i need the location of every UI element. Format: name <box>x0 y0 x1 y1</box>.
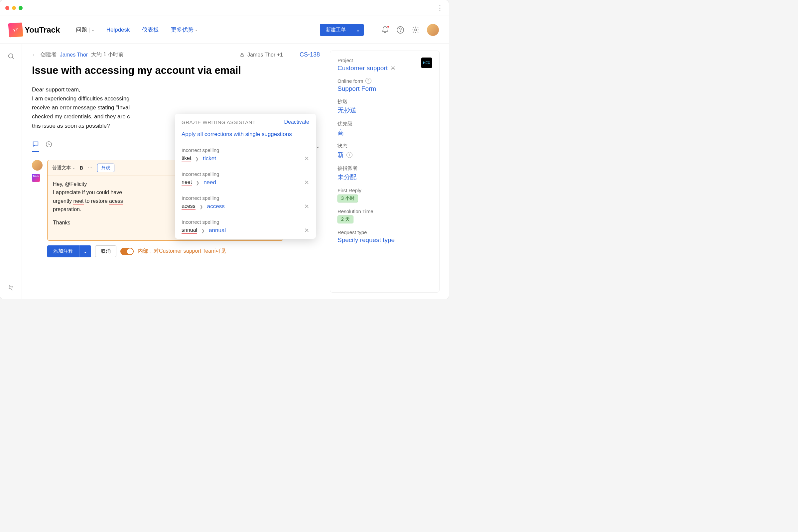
format-dropdown[interactable]: 普通文本⌄ <box>52 165 75 171</box>
pin-icon[interactable] <box>8 285 14 292</box>
created-by-label: 创建者 <box>41 51 57 58</box>
tab-comments[interactable] <box>32 140 39 152</box>
topbar: YT YouTrack 问题 | ⌄ Helpdesk 仪表板 更多优势 ⌄ 新… <box>0 16 449 44</box>
field-value-resolution: 2 天 <box>338 215 354 224</box>
field-label-project: Project <box>338 58 421 63</box>
logo-mark: YT <box>9 23 22 36</box>
main-content: ← 创建者 James Thor 大约 1 小时前 James Thor +1 … <box>22 44 330 299</box>
add-comment-dropdown[interactable]: ⌄ <box>79 245 91 258</box>
left-rail <box>0 44 22 299</box>
add-comment-button[interactable]: 添加注释 <box>47 245 79 258</box>
suggestion-item[interactable]: Incorrect spelling snnual ❯ annual ✕ <box>175 215 316 239</box>
svg-rect-4 <box>241 55 243 57</box>
user-avatar[interactable] <box>427 24 439 36</box>
titlebar: ⋮ <box>0 0 449 16</box>
field-value-assignee[interactable]: 未分配 <box>338 173 432 182</box>
field-value-first-reply: 3 小时 <box>338 194 358 203</box>
issue-title: Issue with accessing my account via emai… <box>32 64 305 77</box>
body: ← 创建者 James Thor 大约 1 小时前 James Thor +1 … <box>0 44 449 299</box>
settings-icon[interactable] <box>412 26 420 34</box>
notification-badge <box>387 25 390 28</box>
app-window: ⋮ YT YouTrack 问题 | ⌄ Helpdesk 仪表板 更多优势 ⌄… <box>0 0 449 299</box>
add-comment-split: 添加注释 ⌄ <box>47 245 91 258</box>
info-icon[interactable]: ? <box>365 78 372 84</box>
dismiss-icon[interactable]: ✕ <box>304 179 309 186</box>
dismiss-icon[interactable]: ✕ <box>304 203 309 210</box>
ai-badge-icon: Track <box>32 174 40 182</box>
arrow-right-icon: ❯ <box>195 156 199 161</box>
dismiss-icon[interactable]: ✕ <box>304 155 309 162</box>
deactivate-link[interactable]: Deactivate <box>284 119 309 125</box>
field-label-form: Online form ? <box>338 78 432 84</box>
editor-actions: 添加注释 ⌄ 取消 内部，对Customer support Team可见 <box>47 245 320 258</box>
help-icon[interactable] <box>396 26 404 34</box>
field-value-form[interactable]: Support Form <box>338 85 432 92</box>
bold-button[interactable]: B <box>80 165 83 171</box>
field-value-request-type[interactable]: Specify request type <box>338 236 432 244</box>
chevron-down-icon: ⌄ <box>195 27 198 32</box>
nav-issues[interactable]: 问题 | ⌄ <box>76 26 94 34</box>
nav-more[interactable]: 更多优势 ⌄ <box>171 26 198 34</box>
field-label-first-reply: First Reply <box>338 188 432 193</box>
svg-point-6 <box>392 68 394 69</box>
nav-dashboards[interactable]: 仪表板 <box>142 26 159 34</box>
svg-point-2 <box>415 29 417 31</box>
new-ticket-dropdown[interactable]: ⌄ <box>352 24 364 36</box>
apply-all-link[interactable]: Apply all corrections with single sugges… <box>175 128 316 143</box>
back-arrow-icon[interactable]: ← <box>32 52 37 58</box>
main-nav: 问题 | ⌄ Helpdesk 仪表板 更多优势 ⌄ <box>76 26 197 34</box>
gear-icon[interactable] <box>391 65 396 71</box>
suggestion-item[interactable]: Incorrect spelling neet ❯ need ✕ <box>175 167 316 191</box>
commenter-avatar <box>32 160 42 171</box>
issue-sidebar: HEC Project Customer support Online form… <box>330 51 440 292</box>
field-value-priority[interactable]: 高 <box>338 128 432 137</box>
arrow-right-icon: ❯ <box>196 180 200 185</box>
visibility-toggle[interactable] <box>120 248 134 255</box>
minimize-window[interactable] <box>12 6 16 10</box>
tab-history[interactable] <box>45 141 53 151</box>
visibility-label: 内部，对Customer support Team可见 <box>138 248 226 255</box>
more-formatting[interactable]: ⋯ <box>88 165 92 171</box>
kebab-menu-icon[interactable]: ⋮ <box>436 4 443 12</box>
app-logo[interactable]: YT YouTrack <box>10 24 60 36</box>
popover-title: GRAZIE WRITING ASSISTANT <box>182 119 256 125</box>
field-label-state: 状态 <box>338 143 432 149</box>
breadcrumb: ← 创建者 James Thor 大约 1 小时前 James Thor +1 … <box>32 51 320 58</box>
suggestion-item[interactable]: Incorrect spelling tiket ❯ ticket ✕ <box>175 143 316 167</box>
suggestion-item[interactable]: Incorrect spelling acess ❯ access ✕ <box>175 191 316 215</box>
search-icon[interactable] <box>7 53 15 61</box>
field-value-project[interactable]: Customer support <box>338 64 421 72</box>
close-window[interactable] <box>5 6 9 10</box>
maximize-window[interactable] <box>19 6 23 10</box>
window-controls <box>5 6 23 10</box>
new-ticket-split-button: 新建工单 ⌄ <box>320 24 364 36</box>
author-link[interactable]: James Thor <box>60 52 88 58</box>
new-ticket-button[interactable]: 新建工单 <box>320 24 352 36</box>
dismiss-icon[interactable]: ✕ <box>304 227 309 234</box>
field-value-state[interactable]: 新 i <box>338 151 432 159</box>
notifications-icon[interactable] <box>381 26 389 34</box>
arrow-right-icon: ❯ <box>201 228 205 233</box>
grazie-popover: GRAZIE WRITING ASSISTANT Deactivate Appl… <box>175 114 316 239</box>
top-icons <box>381 24 439 36</box>
lock-icon <box>240 52 245 58</box>
field-value-cc[interactable]: 无抄送 <box>338 106 432 115</box>
svg-point-3 <box>8 54 13 58</box>
appearance-button[interactable]: 外观 <box>97 164 114 172</box>
arrow-right-icon: ❯ <box>200 204 203 209</box>
chevron-down-icon[interactable]: ⌄ <box>316 143 320 149</box>
field-label-resolution: Resolution Time <box>338 208 432 214</box>
issue-id[interactable]: CS-138 <box>300 51 320 58</box>
field-label-cc: 抄送 <box>338 98 432 105</box>
field-label-priority: 优先级 <box>338 121 432 127</box>
svg-point-1 <box>400 31 401 32</box>
cancel-button[interactable]: 取消 <box>95 245 116 257</box>
field-label-assignee: 被指派者 <box>338 165 432 172</box>
nav-helpdesk[interactable]: Helpdesk <box>107 26 130 33</box>
chevron-down-icon: ⌄ <box>92 27 94 32</box>
visibility-indicator[interactable]: James Thor +1 <box>240 52 283 58</box>
field-label-request-type: Request type <box>338 229 432 235</box>
project-icon: HEC <box>421 58 432 68</box>
created-time: 大约 1 小时前 <box>91 51 124 58</box>
info-icon[interactable]: i <box>346 152 353 158</box>
